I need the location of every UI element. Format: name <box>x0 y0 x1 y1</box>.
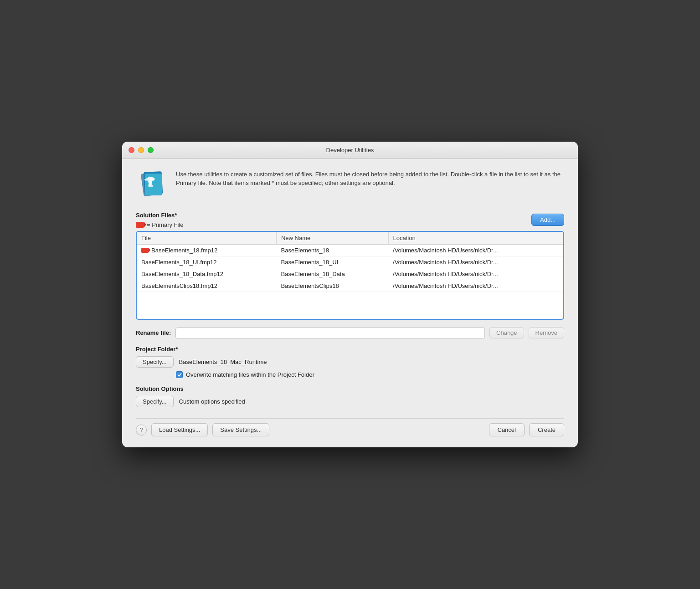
file-name: BaseElements_18_Data.fmp12 <box>141 271 223 277</box>
file-name: BaseElements_18_UI.fmp12 <box>141 259 216 266</box>
table-header-row: File New Name Location <box>137 232 563 245</box>
svg-rect-2 <box>145 174 162 195</box>
rename-label: Rename file: <box>136 329 171 336</box>
table-row[interactable]: BaseElements_18_Data.fmp12 BaseElements_… <box>137 268 563 280</box>
solution-options-specify-button[interactable]: Specify... <box>136 396 174 407</box>
solution-options-value: Custom options specified <box>179 398 245 405</box>
table-cell-location: /Volumes/Macintosh HD/Users/nick/Dr... <box>388 244 563 256</box>
table-row[interactable]: BaseElements_18_UI.fmp12 BaseElements_18… <box>137 256 563 268</box>
project-folder-specify-row: Specify... BaseElements_18_Mac_Runtime <box>136 356 564 368</box>
file-table: File New Name Location BaseElements_18.f… <box>137 232 563 319</box>
overwrite-label: Overwrite matching files within the Proj… <box>186 371 314 378</box>
help-button[interactable]: ? <box>136 425 147 435</box>
solution-files-header: Solution Files* = Primary File Add... <box>136 212 564 228</box>
checkmark-icon <box>177 373 182 377</box>
table-row[interactable]: BaseElementsClips18.fmp12 BaseElementsCl… <box>137 280 563 292</box>
solution-files-label: Solution Files* <box>136 212 184 219</box>
titlebar: Developer Utilities <box>122 142 578 159</box>
solution-options-section: Solution Options Specify... Custom optio… <box>136 385 564 407</box>
primary-file-legend: = Primary File <box>136 221 184 228</box>
primary-file-text: = Primary File <box>147 221 184 228</box>
cancel-button[interactable]: Cancel <box>489 423 525 436</box>
header-description: Use these utilities to create a customiz… <box>176 168 564 188</box>
project-folder-label: Project Folder* <box>136 346 564 353</box>
project-folder-section: Project Folder* Specify... BaseElements_… <box>136 346 564 378</box>
project-folder-value: BaseElements_18_Mac_Runtime <box>179 359 267 365</box>
primary-row-icon <box>141 248 149 253</box>
solution-options-label: Solution Options <box>136 385 564 392</box>
traffic-lights <box>129 147 154 153</box>
table-cell-file: BaseElements_18_UI.fmp12 <box>137 256 276 268</box>
window-content: Use these utilities to create a customiz… <box>122 159 578 448</box>
table-cell-location: /Volumes/Macintosh HD/Users/nick/Dr... <box>388 256 563 268</box>
load-settings-button[interactable]: Load Settings... <box>151 423 208 436</box>
rename-row: Rename file: Change Remove <box>136 327 564 338</box>
table-empty-row <box>137 292 563 319</box>
table-cell-new-name: BaseElements_18 <box>276 244 388 256</box>
add-button[interactable]: Add... <box>531 214 564 226</box>
overwrite-checkbox[interactable] <box>176 371 183 378</box>
table-cell-file: BaseElements_18.fmp12 <box>137 244 276 256</box>
table-cell-location: /Volumes/Macintosh HD/Users/nick/Dr... <box>388 268 563 280</box>
table-cell-file: BaseElements_18_Data.fmp12 <box>137 268 276 280</box>
remove-button[interactable]: Remove <box>529 327 564 338</box>
header-section: Use these utilities to create a customiz… <box>136 168 564 203</box>
solution-options-specify-row: Specify... Custom options specified <box>136 396 564 407</box>
table-cell-new-name: BaseElements_18_Data <box>276 268 388 280</box>
solution-files-label-group: Solution Files* = Primary File <box>136 212 184 228</box>
file-table-wrapper: File New Name Location BaseElements_18.f… <box>136 231 564 320</box>
table-cell-location: /Volumes/Macintosh HD/Users/nick/Dr... <box>388 280 563 292</box>
table-row[interactable]: BaseElements_18.fmp12 BaseElements_18 /V… <box>137 244 563 256</box>
close-button[interactable] <box>129 147 134 153</box>
create-button[interactable]: Create <box>529 423 564 436</box>
table-body: BaseElements_18.fmp12 BaseElements_18 /V… <box>137 244 563 319</box>
app-icon <box>136 168 169 203</box>
col-location: Location <box>388 232 563 245</box>
primary-file-icon <box>136 222 144 228</box>
overwrite-checkbox-row: Overwrite matching files within the Proj… <box>176 371 564 378</box>
file-name: BaseElementsClips18.fmp12 <box>141 282 217 289</box>
table-cell-new-name: BaseElements_18_UI <box>276 256 388 268</box>
main-window: Developer Utilities <box>122 142 578 448</box>
table-header: File New Name Location <box>137 232 563 245</box>
table-cell-file: BaseElementsClips18.fmp12 <box>137 280 276 292</box>
col-new-name: New Name <box>276 232 388 245</box>
window-title: Developer Utilities <box>326 147 374 154</box>
save-settings-button[interactable]: Save Settings... <box>212 423 269 436</box>
change-button[interactable]: Change <box>489 327 524 338</box>
footer: ? Load Settings... Save Settings... Canc… <box>136 418 564 436</box>
table-cell-new-name: BaseElementsClips18 <box>276 280 388 292</box>
rename-input[interactable] <box>175 328 485 338</box>
project-folder-specify-button[interactable]: Specify... <box>136 356 174 368</box>
file-name: BaseElements_18.fmp12 <box>151 247 217 254</box>
col-file: File <box>137 232 276 245</box>
maximize-button[interactable] <box>148 147 154 153</box>
minimize-button[interactable] <box>138 147 144 153</box>
